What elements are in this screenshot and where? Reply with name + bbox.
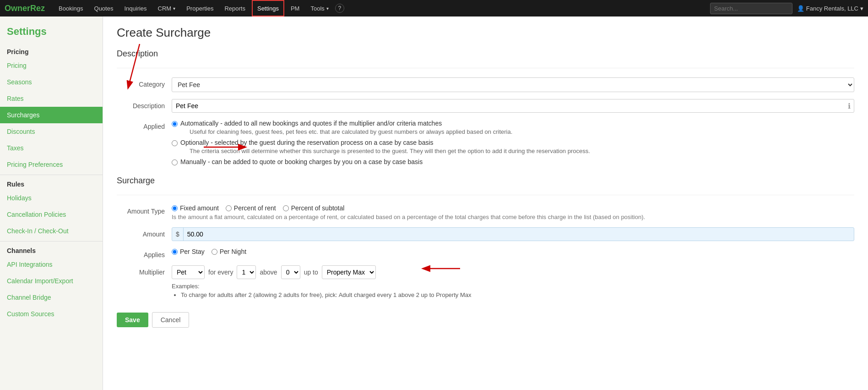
cancel-button[interactable]: Cancel bbox=[152, 312, 190, 328]
user-menu[interactable]: 👤 Fancy Rentals, LLC ▾ bbox=[797, 5, 863, 12]
nav-tools[interactable]: Tools▾ bbox=[306, 0, 333, 16]
search-input[interactable] bbox=[710, 3, 792, 14]
applies-per-night-radio[interactable] bbox=[212, 249, 217, 255]
description-heading: Description bbox=[117, 49, 854, 61]
description-info-icon: ℹ bbox=[848, 102, 851, 110]
applied-option-optional: Optionally - selected by the guest durin… bbox=[172, 139, 854, 154]
logo: OwnerRez bbox=[5, 4, 45, 13]
nav-links: Bookings Quotes Inquiries CRM▾ Propertie… bbox=[54, 0, 710, 16]
applies-options: Per Stay Per Night bbox=[172, 248, 854, 255]
description-input[interactable] bbox=[172, 99, 854, 113]
multiplier-type-select[interactable]: Pet Adult Child Guest bbox=[172, 265, 205, 279]
amount-type-hint: Is the amount a flat amount, calculated … bbox=[172, 214, 854, 220]
amount-type-fixed-label[interactable]: Fixed amount bbox=[172, 204, 219, 212]
sidebar: Settings Pricing Pricing Seasons Rates S… bbox=[0, 16, 103, 390]
applies-per-night-text: Per Night bbox=[220, 248, 246, 255]
nav-pm[interactable]: PM bbox=[286, 0, 304, 16]
amount-type-percent-subtotal-text: Percent of subtotal bbox=[291, 204, 345, 212]
amount-type-fixed-text: Fixed amount bbox=[180, 204, 219, 212]
description-label: Description bbox=[117, 99, 172, 110]
examples-section: Examples: To charge for adults after 2 (… bbox=[172, 283, 854, 298]
nav-inquiries[interactable]: Inquiries bbox=[119, 0, 151, 16]
layout: Settings Pricing Pricing Seasons Rates S… bbox=[0, 16, 868, 390]
nav-bookings[interactable]: Bookings bbox=[54, 0, 87, 16]
sidebar-item-calendar-import[interactable]: Calendar Import/Export bbox=[0, 273, 103, 289]
description-control: ℹ bbox=[172, 99, 854, 113]
amount-control: $ bbox=[172, 227, 854, 241]
user-label: Fancy Rentals, LLC bbox=[806, 5, 858, 12]
amount-type-percent-rent-radio[interactable] bbox=[226, 205, 232, 211]
sidebar-item-rates[interactable]: Rates bbox=[0, 90, 103, 107]
description-row: Description ℹ bbox=[117, 99, 854, 113]
nav-settings[interactable]: Settings bbox=[252, 0, 284, 16]
multiplier-above-select[interactable]: 0 1 2 bbox=[281, 265, 300, 279]
main-content: Create Surcharge Description Category Pe… bbox=[103, 16, 868, 390]
applied-option-auto: Automatically - added to all new booking… bbox=[172, 120, 854, 135]
multiplier-upto-select[interactable]: Property Max 1 2 No Limit bbox=[322, 265, 376, 279]
sidebar-item-pricing[interactable]: Pricing bbox=[0, 57, 103, 74]
sidebar-item-checkin-checkout[interactable]: Check-In / Check-Out bbox=[0, 223, 103, 239]
category-row: Category Pet Fee bbox=[117, 77, 854, 92]
category-label: Category bbox=[117, 77, 172, 88]
logo-suffix: Rez bbox=[30, 4, 45, 13]
amount-type-control: Fixed amount Percent of rent Percent of … bbox=[172, 204, 854, 220]
amount-type-percent-rent-label[interactable]: Percent of rent bbox=[226, 204, 276, 212]
surcharge-heading: Surcharge bbox=[117, 176, 854, 188]
user-chevron-icon: ▾ bbox=[860, 5, 863, 12]
amount-type-label: Amount Type bbox=[117, 204, 172, 215]
applied-option-manual: Manually - can be added to quote or book… bbox=[172, 158, 854, 165]
applied-manual-label: Manually - can be added to quote or book… bbox=[180, 158, 423, 165]
applies-row: Applies Per Stay Per Night bbox=[117, 248, 854, 258]
sidebar-item-discounts[interactable]: Discounts bbox=[0, 123, 103, 140]
amount-type-percent-subtotal-label[interactable]: Percent of subtotal bbox=[283, 204, 345, 212]
nav-reports[interactable]: Reports bbox=[220, 0, 250, 16]
sidebar-item-custom-sources[interactable]: Custom Sources bbox=[0, 306, 103, 322]
sidebar-section-pricing: Pricing bbox=[0, 44, 103, 57]
multiplier-count-select[interactable]: 1 2 3 bbox=[237, 265, 256, 279]
amount-input[interactable] bbox=[184, 228, 854, 241]
sidebar-item-surcharges[interactable]: Surcharges bbox=[0, 107, 103, 123]
applies-per-stay-text: Per Stay bbox=[180, 248, 205, 255]
annotations-svg bbox=[103, 16, 868, 390]
multiplier-label: Multiplier bbox=[117, 265, 172, 276]
user-icon: 👤 bbox=[797, 5, 804, 12]
page-title: Create Surcharge bbox=[117, 26, 854, 40]
nav-quotes[interactable]: Quotes bbox=[90, 0, 118, 16]
amount-type-row: Amount Type Fixed amount Percent of rent… bbox=[117, 204, 854, 220]
sidebar-item-holidays[interactable]: Holidays bbox=[0, 190, 103, 206]
help-button[interactable]: ? bbox=[335, 4, 344, 13]
sidebar-section-rules: Rules bbox=[0, 177, 103, 190]
amount-row: Amount $ bbox=[117, 227, 854, 241]
right-section: 👤 Fancy Rentals, LLC ▾ bbox=[710, 3, 863, 14]
examples-label: Examples: bbox=[172, 283, 200, 290]
nav-crm[interactable]: CRM▾ bbox=[153, 0, 180, 16]
applied-optional-label: Optionally - selected by the guest durin… bbox=[180, 139, 590, 146]
applied-auto-label: Automatically - added to all new booking… bbox=[180, 120, 512, 127]
applied-radio-auto[interactable] bbox=[172, 121, 178, 127]
category-select[interactable]: Pet Fee bbox=[172, 77, 854, 92]
amount-type-percent-rent-text: Percent of rent bbox=[234, 204, 276, 212]
nav-properties[interactable]: Properties bbox=[182, 0, 218, 16]
amount-type-percent-subtotal-radio[interactable] bbox=[283, 205, 289, 211]
applies-control: Per Stay Per Night bbox=[172, 248, 854, 255]
applied-radio-optional[interactable] bbox=[172, 140, 178, 146]
save-button[interactable]: Save bbox=[117, 313, 148, 327]
example-item-1: To charge for adults after 2 (allowing 2… bbox=[181, 291, 854, 298]
sidebar-item-taxes[interactable]: Taxes bbox=[0, 140, 103, 156]
multiplier-for-every-text: for every bbox=[208, 269, 233, 276]
sidebar-item-pricing-preferences[interactable]: Pricing Preferences bbox=[0, 156, 103, 173]
applies-per-stay-radio[interactable] bbox=[172, 249, 178, 255]
sidebar-item-channel-bridge[interactable]: Channel Bridge bbox=[0, 289, 103, 306]
amount-input-wrapper: $ bbox=[172, 227, 854, 241]
applied-control: Automatically - added to all new booking… bbox=[172, 120, 854, 169]
amount-type-fixed-radio[interactable] bbox=[172, 205, 178, 211]
sidebar-item-seasons[interactable]: Seasons bbox=[0, 74, 103, 90]
sidebar-item-api-integrations[interactable]: API Integrations bbox=[0, 256, 103, 273]
category-control: Pet Fee bbox=[172, 77, 854, 92]
applies-per-night-label[interactable]: Per Night bbox=[212, 248, 246, 255]
sidebar-item-cancellation-policies[interactable]: Cancellation Policies bbox=[0, 206, 103, 223]
applies-per-stay-label[interactable]: Per Stay bbox=[172, 248, 205, 255]
sidebar-title: Settings bbox=[0, 21, 103, 44]
applied-row: Applied Automatically - added to all new… bbox=[117, 120, 854, 169]
applied-radio-manual[interactable] bbox=[172, 159, 178, 165]
